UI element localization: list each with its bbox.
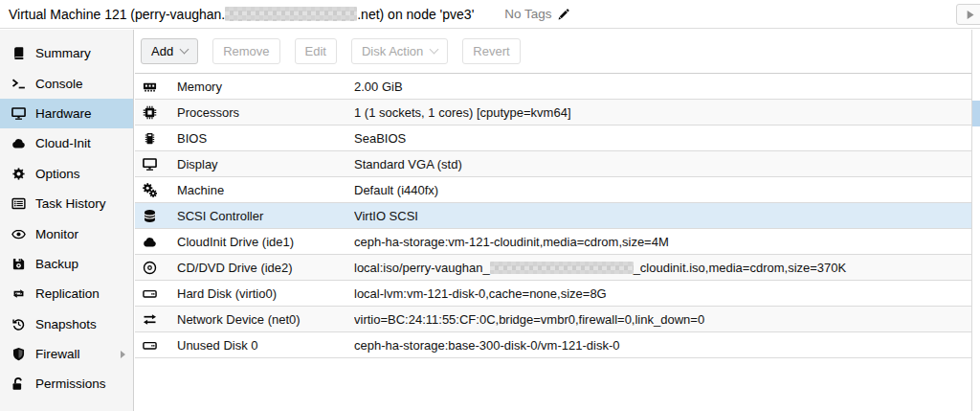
sidebar-item-backup[interactable]: Backup <box>0 249 133 279</box>
list-icon <box>11 196 26 211</box>
terminal-icon <box>11 77 26 91</box>
text-segment: Default (i440fx) <box>354 183 438 197</box>
sidebar-item-label: Monitor <box>35 227 78 241</box>
cogs-icon <box>142 183 157 197</box>
device-value: local:iso/perry-vaughan__cloudinit.iso,m… <box>354 261 971 275</box>
hard-disk-icon <box>142 286 157 301</box>
tags-label: No Tags <box>504 7 551 21</box>
toolbar: AddRemoveEditDisk ActionRevert <box>135 30 971 74</box>
button-label: Disk Action <box>362 44 423 58</box>
sidebar-item-options[interactable]: Options <box>0 159 133 189</box>
redacted-text <box>225 7 357 21</box>
text-segment: ceph-ha-storage:vm-121-cloudinit,media=c… <box>354 235 669 249</box>
sidebar-item-hardware[interactable]: Hardware <box>0 99 133 128</box>
processor-icon <box>142 105 157 120</box>
sidebar-item-task-history[interactable]: Task History <box>0 189 133 218</box>
database-icon <box>142 209 157 223</box>
chevron-down-icon <box>180 45 189 55</box>
text-segment: local-lvm:vm-121-disk-0,cache=none,size=… <box>354 286 607 301</box>
floppy-icon <box>11 257 26 271</box>
sidebar-item-label: Console <box>35 77 83 91</box>
device-name: Memory <box>177 80 354 94</box>
edit-button[interactable]: Edit <box>295 38 337 64</box>
text-segment: virtio=BC:24:11:55:CF:0C,bridge=vmbr0,fi… <box>354 312 704 327</box>
page-title: Virtual Machine 121 (perry-vaughan..net)… <box>9 7 474 22</box>
button-label: Revert <box>473 44 509 58</box>
table-row-network-device-net0[interactable]: Network Device (net0)virtio=BC:24:11:55:… <box>135 307 971 332</box>
disk-action-button[interactable]: Disk Action <box>351 38 448 64</box>
text-segment: 2.00 GiB <box>354 80 403 94</box>
sidebar-item-replication[interactable]: Replication <box>0 279 133 308</box>
gear-icon <box>11 167 26 181</box>
pencil-icon[interactable] <box>557 8 570 21</box>
start-button[interactable] <box>956 4 980 25</box>
right-scroll-strip[interactable] <box>971 30 980 411</box>
chevron-right-icon <box>121 351 125 358</box>
device-name: BIOS <box>177 131 354 146</box>
text-segment: VirtIO SCSI <box>354 209 418 223</box>
device-name: SCSI Controller <box>177 209 354 223</box>
sidebar-item-permissions[interactable]: Permissions <box>0 369 133 399</box>
device-value: local-lvm:vm-121-disk-0,cache=none,size=… <box>354 286 971 301</box>
device-value: Default (i440fx) <box>354 183 971 197</box>
hardware-table: Memory2.00 GiBProcessors1 (1 sockets, 1 … <box>135 74 971 358</box>
display-icon <box>11 106 26 121</box>
sidebar-item-label: Backup <box>35 257 78 271</box>
sidebar-item-label: Snapshots <box>35 317 97 331</box>
sidebar-item-label: Summary <box>35 46 91 60</box>
table-row-display[interactable]: DisplayStandard VGA (std) <box>135 151 971 177</box>
device-value: VirtIO SCSI <box>354 209 971 223</box>
device-name: Display <box>177 157 354 171</box>
memory-icon <box>142 80 157 94</box>
display-icon <box>142 157 157 171</box>
eye-icon <box>11 227 26 241</box>
sidebar: SummaryConsoleHardwareCloud-InitOptionsT… <box>0 30 134 411</box>
table-row-cd-dvd-drive-ide2[interactable]: CD/DVD Drive (ide2)local:iso/perry-vaugh… <box>135 255 971 281</box>
device-name: Unused Disk 0 <box>177 338 354 353</box>
table-row-hard-disk-virtio0[interactable]: Hard Disk (virtio0)local-lvm:vm-121-disk… <box>135 281 971 307</box>
sidebar-item-monitor[interactable]: Monitor <box>0 218 133 248</box>
revert-button[interactable]: Revert <box>462 38 520 64</box>
text-segment: .net) on node 'pve3' <box>357 7 474 22</box>
device-value: SeaBIOS <box>354 131 971 146</box>
sidebar-item-snapshots[interactable]: Snapshots <box>0 309 133 339</box>
table-row-unused-disk-0[interactable]: Unused Disk 0ceph-ha-storage:base-300-di… <box>135 332 971 358</box>
device-value: 2.00 GiB <box>354 80 971 94</box>
device-name: CloudInit Drive (ide1) <box>177 235 354 249</box>
cdrom-icon <box>142 261 157 275</box>
vm-header: Virtual Machine 121 (perry-vaughan..net)… <box>0 0 980 29</box>
table-row-machine[interactable]: MachineDefault (i440fx) <box>135 177 971 203</box>
sidebar-item-cloud-init[interactable]: Cloud-Init <box>0 128 133 158</box>
sidebar-item-label: Cloud-Init <box>35 136 91 150</box>
device-value: Standard VGA (std) <box>354 157 971 171</box>
text-segment: _cloudinit.iso,media=cdrom,size=370K <box>634 261 847 275</box>
sidebar-item-summary[interactable]: Summary <box>0 38 133 68</box>
device-name: CD/DVD Drive (ide2) <box>177 261 354 275</box>
text-segment: ceph-ha-storage:base-300-disk-0/vm-121-d… <box>354 338 619 353</box>
device-value: ceph-ha-storage:base-300-disk-0/vm-121-d… <box>354 338 971 353</box>
table-row-memory[interactable]: Memory2.00 GiB <box>135 74 971 100</box>
button-label: Add <box>151 44 173 58</box>
device-name: Network Device (net0) <box>177 312 354 327</box>
table-row-scsi-controller[interactable]: SCSI ControllerVirtIO SCSI <box>135 203 971 229</box>
shield-icon <box>11 347 26 361</box>
table-row-bios[interactable]: BIOSSeaBIOS <box>135 126 971 151</box>
play-icon <box>964 9 976 21</box>
scrollbar-thumb[interactable] <box>972 101 980 126</box>
text-segment: Virtual Machine 121 (perry-vaughan. <box>9 7 225 22</box>
table-row-processors[interactable]: Processors1 (1 sockets, 1 cores) [cputyp… <box>135 100 971 126</box>
hard-disk-icon <box>142 338 157 353</box>
sidebar-item-label: Firewall <box>35 347 80 361</box>
chevron-down-icon <box>430 45 439 55</box>
remove-button[interactable]: Remove <box>212 38 279 64</box>
text-segment: local:iso/perry-vaughan_ <box>354 261 490 275</box>
button-label: Remove <box>223 44 269 58</box>
sidebar-item-console[interactable]: Console <box>0 68 133 98</box>
device-name: Machine <box>177 183 354 197</box>
sidebar-item-firewall[interactable]: Firewall <box>0 339 133 369</box>
sidebar-item-label: Permissions <box>35 377 106 391</box>
device-name: Hard Disk (virtio0) <box>177 286 354 301</box>
table-row-cloudinit-drive-ide1[interactable]: CloudInit Drive (ide1)ceph-ha-storage:vm… <box>135 229 971 255</box>
add-button[interactable]: Add <box>141 38 198 64</box>
cloud-icon <box>11 136 26 150</box>
